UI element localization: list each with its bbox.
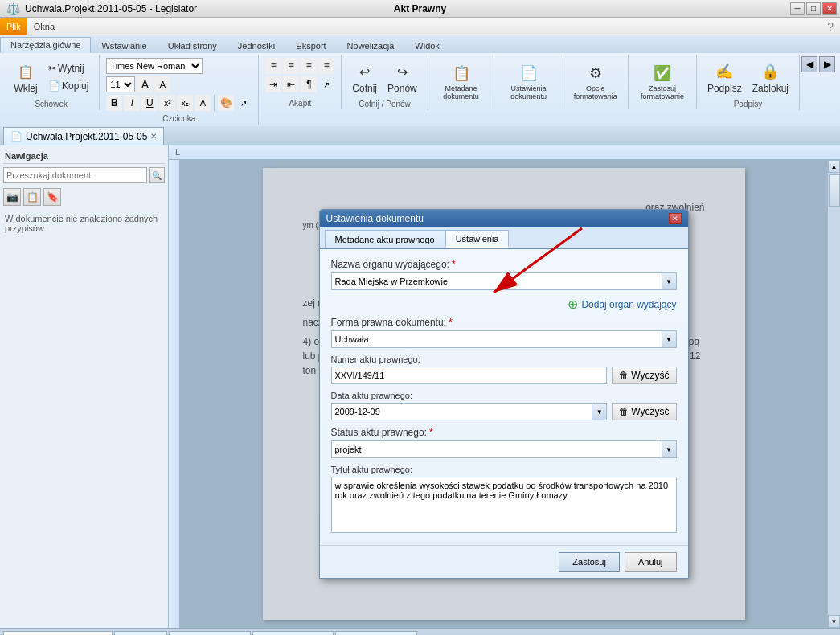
scrollbar-thumb[interactable] bbox=[829, 174, 840, 207]
font-grow-button[interactable]: A bbox=[137, 76, 153, 92]
menu-okna[interactable]: Okna bbox=[27, 18, 61, 35]
tytul-label: Tytuł aktu prawnego: bbox=[331, 465, 677, 474]
font-name-select[interactable]: Times New Roman bbox=[106, 58, 203, 74]
ribbon-back-button[interactable]: ◀ bbox=[801, 56, 817, 72]
ustawienia-button[interactable]: 📄 Ustawienia dokumentu bbox=[501, 59, 555, 103]
tab-wstawianie[interactable]: Wstawianie bbox=[91, 37, 157, 53]
minimize-button[interactable]: ─ bbox=[790, 2, 805, 15]
forma-select[interactable]: Uchwała bbox=[332, 331, 676, 347]
tytul-textarea[interactable]: w sprawie określenia wysokości stawek po… bbox=[331, 477, 677, 533]
font-size-select[interactable]: 11 bbox=[106, 76, 135, 92]
menu-plik[interactable]: Plik bbox=[0, 18, 27, 35]
underline-button[interactable]: U bbox=[141, 95, 158, 111]
zablokuj-button[interactable]: 🔒 Zablokuj bbox=[748, 58, 793, 96]
close-window-button[interactable]: ✕ bbox=[822, 2, 837, 15]
pilcrow-button[interactable]: ¶ bbox=[301, 76, 317, 92]
cut-button[interactable]: ✂ Wytnij bbox=[44, 60, 92, 76]
sidebar-icon-3[interactable]: 🔖 bbox=[43, 188, 61, 206]
modal-tabs: Metadane aktu prawnego Ustawienia bbox=[320, 227, 688, 249]
zastosuj-button[interactable]: ✅ Zastosuj formatowanie bbox=[635, 59, 690, 103]
scrollbar-up-button[interactable]: ▲ bbox=[828, 160, 840, 173]
font-shrink-button[interactable]: A bbox=[154, 76, 170, 92]
add-organ-button[interactable]: ⊕ Dodaj organ wydający bbox=[331, 297, 677, 312]
ribbon-forward-button[interactable]: ▶ bbox=[819, 56, 835, 72]
superscript-button[interactable]: x² bbox=[159, 95, 175, 111]
tab-zalacznik3[interactable]: 📄 Załącznik 3 bbox=[335, 631, 417, 635]
clear-data-icon: 🗑 bbox=[619, 406, 629, 417]
sidebar-note: W dokumencie nie znaleziono żadnych przy… bbox=[3, 211, 165, 236]
tab-xml[interactable]: 📄 XML bbox=[114, 631, 167, 635]
czcionka-label: Czcionka bbox=[162, 113, 195, 123]
tab-eksport[interactable]: Eksport bbox=[285, 37, 336, 53]
tab-widok[interactable]: Widok bbox=[404, 37, 450, 53]
menu-bar: Plik Okna ? bbox=[0, 18, 840, 35]
doc-tab[interactable]: 📄 Uchwala.Projekt.2011-05-05 ✕ bbox=[3, 127, 164, 145]
align-left-button[interactable]: ≡ bbox=[265, 58, 281, 74]
status-select[interactable]: projekt bbox=[332, 441, 676, 457]
indent-more-button[interactable]: ⇥ bbox=[265, 76, 281, 92]
tab-dokument-glowny[interactable]: 📄 Dokument główny bbox=[3, 631, 113, 635]
organ-select[interactable]: Rada Miejska w Przemkowie bbox=[332, 273, 676, 289]
paste-button[interactable]: 📋 Wklej bbox=[10, 58, 42, 96]
tab-zalacznik1[interactable]: 📄 Załącznik 1 bbox=[169, 631, 251, 635]
tab-narzedzia[interactable]: Narzędzia główne bbox=[0, 37, 91, 53]
metadane-button[interactable]: 📋 Metadane dokumentu bbox=[435, 59, 488, 103]
search-button[interactable]: 🔍 bbox=[149, 167, 165, 183]
indent-less-button[interactable]: ⇤ bbox=[283, 76, 299, 92]
anuluj-modal-button[interactable]: Anuluj bbox=[625, 552, 677, 572]
tab-zalacznik2[interactable]: 📄 Załącznik 2 bbox=[252, 631, 334, 635]
italic-button[interactable]: I bbox=[124, 95, 140, 111]
czcionka-expand[interactable]: ↗ bbox=[236, 95, 252, 111]
zastosuj-modal-button[interactable]: Zastosuj bbox=[559, 552, 620, 572]
opcje-icon: ⚙ bbox=[584, 62, 607, 84]
format-painter-button[interactable]: 🎨 bbox=[218, 95, 234, 111]
align-right-button[interactable]: ≡ bbox=[301, 58, 317, 74]
forma-select-wrapper: Uchwała ▼ bbox=[331, 330, 677, 348]
doc-tab-close[interactable]: ✕ bbox=[150, 132, 157, 141]
copy-button[interactable]: 📄 Kopiuj bbox=[44, 78, 92, 94]
modal-tab-metadane[interactable]: Metadane aktu prawnego bbox=[325, 230, 445, 248]
date-select[interactable]: 2009-12-09 bbox=[332, 404, 607, 420]
podpisz-button[interactable]: ✍ Podpisz bbox=[703, 58, 746, 96]
numer-input[interactable] bbox=[331, 367, 608, 384]
add-organ-icon: ⊕ bbox=[568, 297, 578, 312]
search-input[interactable] bbox=[3, 167, 147, 183]
sidebar-icon-1[interactable]: 📷 bbox=[3, 188, 21, 206]
tab-jednostki[interactable]: Jednostki bbox=[227, 37, 285, 53]
cut-icon: ✂ bbox=[48, 63, 56, 74]
opcje-button[interactable]: ⚙ Opcje formatowania bbox=[570, 59, 621, 103]
redo-icon: ↪ bbox=[391, 60, 413, 83]
tab-uklad[interactable]: Układ strony bbox=[158, 37, 227, 53]
doc-area: oraz zwolnień ym (Dz. U. z 1991 roku o w… bbox=[180, 160, 827, 628]
copy-icon: 📄 bbox=[48, 80, 60, 92]
title-center-text: Akt Prawny bbox=[394, 3, 446, 14]
redo-button[interactable]: ↪ Ponów bbox=[383, 58, 421, 96]
add-organ-label: Dodaj organ wydający bbox=[581, 299, 676, 310]
help-button[interactable]: ? bbox=[821, 18, 840, 35]
modal-dialog: Ustawienia dokumentu ✕ Metadane aktu pra… bbox=[319, 209, 689, 579]
scrollbar-down-button[interactable]: ▼ bbox=[828, 615, 840, 628]
ustawienia-doc-group: 📄 Ustawienia dokumentu bbox=[494, 55, 563, 109]
sidebar-icon-2[interactable]: 📋 bbox=[23, 188, 41, 206]
akapit-expand[interactable]: ↗ bbox=[318, 76, 334, 92]
font-color-button[interactable]: A bbox=[195, 95, 211, 111]
modal-tab-ustawienia[interactable]: Ustawienia bbox=[445, 230, 510, 248]
align-center-button[interactable]: ≡ bbox=[283, 58, 299, 74]
vertical-scrollbar: ▲ ▼ bbox=[827, 160, 840, 628]
tab-nowelizacja[interactable]: Nowelizacja bbox=[337, 37, 405, 53]
sidebar: Nawigacja 🔍 📷 📋 🔖 W dokumencie nie znale… bbox=[0, 145, 169, 628]
bold-button[interactable]: B bbox=[106, 95, 122, 111]
cofnij-ponow-group: ↩ Cofnij ↪ Ponów Cofnij / Ponów bbox=[342, 55, 428, 110]
clear-data-button[interactable]: 🗑 Wyczyść bbox=[612, 403, 676, 420]
doc-tab-name: Uchwala.Projekt.2011-05-05 bbox=[26, 131, 147, 142]
subscript-button[interactable]: x₂ bbox=[177, 95, 193, 111]
akapit-label: Akapit bbox=[289, 97, 311, 108]
sidebar-title: Nawigacja bbox=[3, 149, 165, 164]
restore-button[interactable]: □ bbox=[806, 2, 821, 15]
paste-icon: 📋 bbox=[14, 60, 37, 83]
undo-button[interactable]: ↩ Cofnij bbox=[348, 58, 381, 96]
clear-numer-button[interactable]: 🗑 Wyczyść bbox=[612, 367, 676, 384]
modal-close-button[interactable]: ✕ bbox=[669, 213, 682, 224]
ustawienia-icon: 📄 bbox=[518, 62, 540, 84]
align-justify-button[interactable]: ≡ bbox=[318, 58, 334, 74]
